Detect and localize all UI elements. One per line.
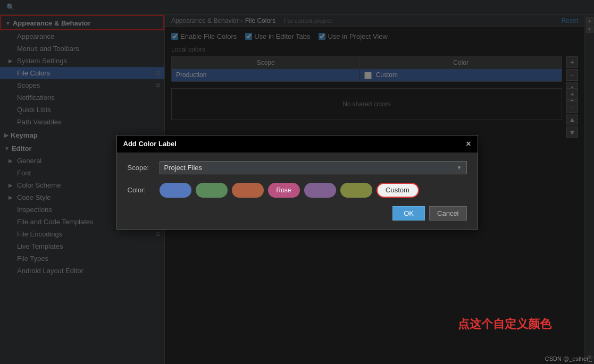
- add-color-label-modal: Add Color Label × Scope: Project Files ▼…: [116, 135, 478, 230]
- scope-row: Scope: Project Files ▼: [128, 161, 467, 174]
- scope-dropdown-arrow: ▼: [457, 165, 462, 171]
- ok-button[interactable]: OK: [392, 206, 425, 221]
- modal-actions: OK Cancel: [128, 206, 467, 221]
- color-option-green[interactable]: [196, 183, 228, 198]
- scope-dropdown[interactable]: Project Files ▼: [160, 161, 467, 174]
- color-option-blue[interactable]: [160, 183, 191, 198]
- modal-body: Scope: Project Files ▼ Color: Rose: [117, 153, 478, 229]
- rose-label: Rose: [276, 187, 291, 194]
- color-option-purple[interactable]: [304, 183, 336, 198]
- scope-label: Scope:: [128, 164, 160, 172]
- color-options: Rose Custom: [160, 183, 419, 198]
- color-option-orange[interactable]: [232, 183, 264, 198]
- modal-close-button[interactable]: ×: [466, 140, 471, 148]
- color-option-olive[interactable]: [340, 183, 372, 198]
- custom-color-button[interactable]: Custom: [377, 183, 419, 198]
- modal-title-bar: Add Color Label ×: [117, 136, 478, 153]
- color-label: Color:: [128, 186, 160, 194]
- scope-value: Project Files: [164, 164, 203, 172]
- modal-title: Add Color Label: [123, 140, 177, 148]
- color-row: Color: Rose Custom: [128, 183, 467, 198]
- color-option-rose[interactable]: Rose: [268, 183, 300, 198]
- modal-overlay[interactable]: Add Color Label × Scope: Project Files ▼…: [0, 0, 594, 364]
- cancel-button[interactable]: Cancel: [429, 206, 466, 221]
